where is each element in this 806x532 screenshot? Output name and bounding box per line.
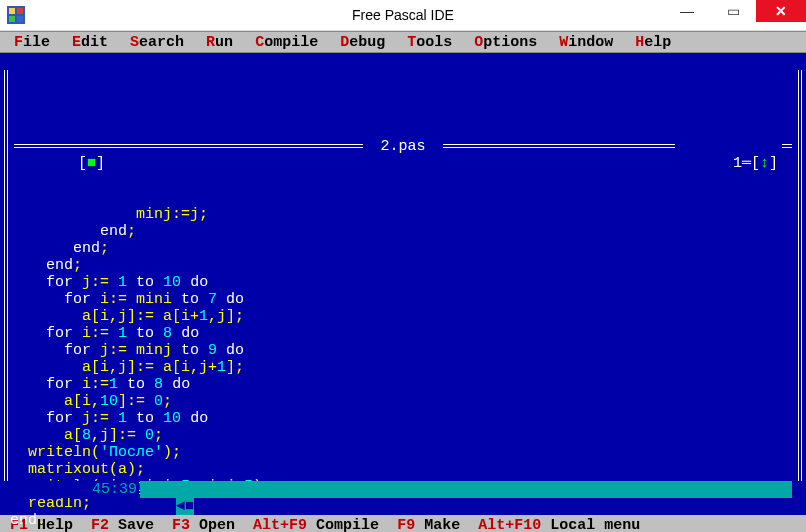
menu-label-rest: ebug [349,34,385,51]
resize-icon: ↕ [760,155,769,172]
code-token: 1 [199,308,208,325]
code-line[interactable]: a[i,j]:= a[i+1,j]; [10,308,806,325]
code-token: ; [127,223,136,240]
menu-hotkey: D [340,34,349,51]
code-token [10,342,64,359]
winnum-l: 1═[ [733,155,760,172]
scroll-left-icon[interactable]: ◄ [176,498,185,515]
bracket-l: [ [78,155,87,172]
editor-frame-top: [■] 2.pas 1═[↕] [0,138,806,155]
code-token: ,j]; [208,308,244,325]
code-line[interactable]: a[8,j]:= 0; [10,427,806,444]
code-token: to [136,274,154,291]
code-token: 1 [118,325,127,342]
code-token: ); [163,444,181,461]
code-token [10,291,64,308]
svg-rect-1 [9,8,15,14]
code-line[interactable]: a[i,j]:= a[i,j+1]; [10,359,806,376]
code-token [10,274,46,291]
menu-label-rest: ompile [264,34,318,51]
code-token: minj:=j; [136,206,208,223]
menu-item-run[interactable]: Run [206,34,233,51]
menu-item-search[interactable]: Search [130,34,184,51]
code-token: 10 [163,274,181,291]
code-line[interactable]: end; [10,240,806,257]
winnum-r: ] [769,155,778,172]
code-line[interactable]: matrixout(a); [10,461,806,478]
code-token: end [46,257,73,274]
code-token: 'После' [100,444,163,461]
code-line[interactable]: end. [10,512,806,529]
menu-label-rest: ools [416,34,452,51]
menu-item-window[interactable]: Window [559,34,613,51]
menu-hotkey: O [474,34,483,51]
code-token: j:= minj [91,342,181,359]
code-token [10,325,46,342]
code-token: for [46,410,73,427]
code-token: j:= [73,274,118,291]
menu-hotkey: H [635,34,644,51]
editor-close-box[interactable]: [■] [24,138,105,189]
editor-window: [■] 2.pas 1═[↕] minj:=j; end; end; end; … [0,53,806,515]
code-line[interactable]: for j:= 1 to 10 do [10,274,806,291]
code-token [127,325,136,342]
code-token: 1 [118,410,127,427]
code-token: 10 [163,410,181,427]
menu-item-debug[interactable]: Debug [340,34,385,51]
bracket-r: ] [96,155,105,172]
code-line[interactable]: writeln('После'); [10,444,806,461]
code-token: 8 [163,325,172,342]
menu-item-tools[interactable]: Tools [407,34,452,51]
code-token: a[i, [10,393,100,410]
code-token: 8 [154,376,163,393]
code-line[interactable]: end; [10,257,806,274]
code-token: for [46,274,73,291]
horizontal-scrollbar[interactable]: ◄■ [140,481,792,498]
menu-hotkey: R [206,34,215,51]
minimize-button[interactable]: — [664,0,710,22]
scroll-thumb[interactable]: ■ [185,498,194,515]
menu-label-rest: indow [568,34,613,51]
code-token [10,410,46,427]
code-line[interactable]: for i:= mini to 7 do [10,291,806,308]
editor-filename: 2.pas [363,138,443,155]
code-token: for [64,291,91,308]
code-token: a[i,j]:= a[i,j+ [10,359,217,376]
code-token: do [226,291,244,308]
window-titlebar: Free Pascal IDE — ▭ ✕ [0,0,806,31]
menu-item-options[interactable]: Options [474,34,537,51]
code-token: to [181,342,199,359]
code-token: ; [100,240,109,257]
code-line[interactable]: for j:= 1 to 10 do [10,410,806,427]
close-button[interactable]: ✕ [756,0,806,22]
code-token: matrixout(a); [10,461,145,478]
code-line[interactable]: for i:= 1 to 8 do [10,325,806,342]
code-token: ; [163,393,172,410]
code-token: 10 [100,393,118,410]
code-token: ]:= [118,393,154,410]
editor-window-number[interactable]: 1═[↕] [675,138,782,189]
code-token: ; [154,427,163,444]
menu-item-compile[interactable]: Compile [255,34,318,51]
code-line[interactable]: for j:= minj to 9 do [10,342,806,359]
code-token: 1 [109,376,118,393]
code-token: do [172,376,190,393]
menu-label-rest: ptions [483,34,537,51]
code-token: for [46,325,73,342]
menu-hotkey: S [130,34,139,51]
code-token [163,376,172,393]
code-token: i:= [73,376,109,393]
menu-item-file[interactable]: File [14,34,50,51]
code-line[interactable]: a[i,10]:= 0; [10,393,806,410]
menu-hotkey: C [255,34,264,51]
cursor-position: 45:39 [72,481,137,498]
menu-item-help[interactable]: Help [635,34,671,51]
code-line[interactable]: end; [10,223,806,240]
code-token [154,274,163,291]
menu-hotkey: F [14,34,23,51]
maximize-button[interactable]: ▭ [710,0,756,22]
menu-item-edit[interactable]: Edit [72,34,108,51]
code-line[interactable]: minj:=j; [10,206,806,223]
code-line[interactable]: for i:=1 to 8 do [10,376,806,393]
menu-label-rest: earch [139,34,184,51]
